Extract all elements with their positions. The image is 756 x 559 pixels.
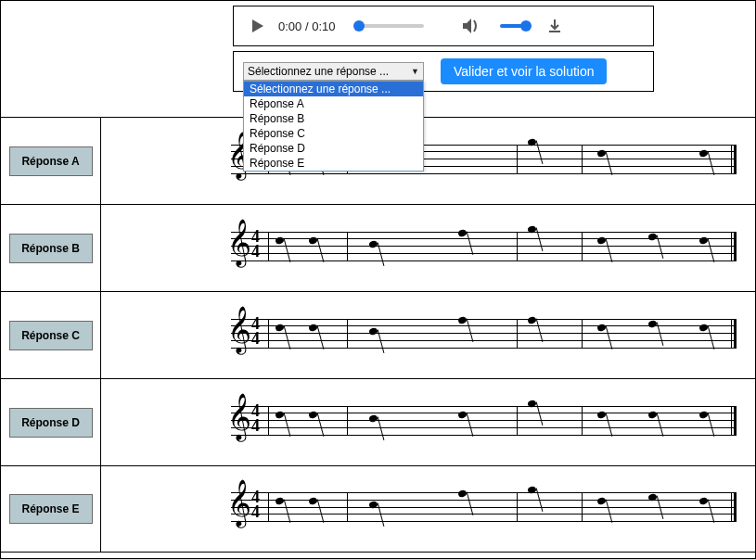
barline bbox=[517, 406, 518, 436]
barline bbox=[347, 406, 348, 436]
response-label: Réponse D bbox=[9, 408, 93, 438]
option-b[interactable]: Réponse B bbox=[244, 111, 423, 126]
barline bbox=[268, 406, 269, 436]
select-value: Sélectionnez une réponse ... bbox=[248, 65, 389, 78]
music-cell: 𝄞44 bbox=[101, 118, 755, 204]
barline bbox=[268, 492, 269, 522]
validate-button[interactable]: Valider et voir la solution bbox=[441, 58, 607, 84]
response-label: Réponse C bbox=[9, 321, 93, 350]
seek-thumb[interactable] bbox=[353, 20, 365, 32]
option-e[interactable]: Réponse E bbox=[244, 156, 423, 171]
control-bar: Sélectionnez une réponse ... ▼ Sélection… bbox=[233, 51, 654, 92]
final-barline bbox=[731, 319, 737, 349]
barline bbox=[347, 319, 348, 349]
final-barline bbox=[731, 406, 737, 436]
response-row: Réponse E𝄞44 bbox=[1, 465, 755, 553]
treble-clef-icon: 𝄞 bbox=[227, 309, 251, 351]
seek-slider[interactable] bbox=[359, 24, 424, 28]
music-staff: 𝄞44 bbox=[212, 314, 737, 357]
response-dropdown: Sélectionnez une réponse ... Réponse A R… bbox=[243, 81, 424, 172]
response-select-wrap: Sélectionnez une réponse ... ▼ Sélection… bbox=[243, 62, 424, 81]
time-signature: 44 bbox=[251, 316, 260, 346]
music-staff: 𝄞44 bbox=[212, 488, 737, 530]
music-cell: 𝄞44 bbox=[101, 205, 755, 291]
app-frame: 0:00 / 0:10 Sélectionnez une réponse ...… bbox=[0, 0, 756, 559]
response-label: Réponse E bbox=[9, 494, 93, 524]
barline bbox=[268, 232, 269, 261]
response-label: Réponse A bbox=[9, 146, 93, 176]
option-c[interactable]: Réponse C bbox=[244, 126, 423, 141]
response-row: Réponse C𝄞44 bbox=[1, 291, 755, 378]
barline bbox=[347, 232, 348, 261]
music-staff: 𝄞44 bbox=[212, 227, 737, 270]
barline bbox=[582, 319, 583, 349]
download-icon[interactable] bbox=[546, 18, 563, 34]
response-row: Réponse B𝄞44 bbox=[1, 204, 755, 291]
volume-slider[interactable] bbox=[500, 24, 528, 28]
treble-clef-icon: 𝄞 bbox=[227, 482, 251, 525]
music-staff: 𝄞44 bbox=[212, 401, 737, 444]
option-d[interactable]: Réponse D bbox=[244, 141, 423, 156]
label-cell: Réponse A bbox=[1, 118, 101, 204]
staff-lines bbox=[231, 319, 737, 349]
audio-player: 0:00 / 0:10 bbox=[233, 6, 654, 46]
label-cell: Réponse D bbox=[1, 379, 101, 465]
final-barline bbox=[731, 492, 737, 522]
treble-clef-icon: 𝄞 bbox=[227, 396, 251, 438]
barline bbox=[582, 232, 583, 261]
play-icon[interactable] bbox=[252, 19, 263, 32]
barline bbox=[517, 232, 518, 261]
response-label: Réponse B bbox=[9, 234, 93, 263]
barline bbox=[517, 319, 518, 349]
barline bbox=[517, 492, 518, 522]
final-barline bbox=[731, 145, 737, 174]
response-select[interactable]: Sélectionnez une réponse ... ▼ bbox=[243, 62, 424, 81]
time-signature: 44 bbox=[251, 403, 260, 433]
barline bbox=[582, 406, 583, 436]
volume-thumb[interactable] bbox=[520, 20, 532, 32]
time-signature: 44 bbox=[251, 229, 260, 259]
music-cell: 𝄞44 bbox=[101, 466, 755, 552]
option-placeholder[interactable]: Sélectionnez une réponse ... bbox=[244, 82, 423, 96]
barline bbox=[347, 492, 348, 522]
audio-time: 0:00 / 0:10 bbox=[278, 19, 335, 33]
label-cell: Réponse E bbox=[1, 466, 101, 552]
staff-lines bbox=[231, 232, 737, 261]
music-cell: 𝄞44 bbox=[101, 292, 755, 378]
option-a[interactable]: Réponse A bbox=[244, 96, 423, 111]
response-row: Réponse D𝄞44 bbox=[1, 378, 755, 465]
barline bbox=[582, 145, 583, 174]
barline bbox=[582, 492, 583, 522]
volume-icon[interactable] bbox=[461, 17, 481, 35]
barline bbox=[517, 145, 518, 174]
label-cell: Réponse B bbox=[1, 205, 101, 291]
chevron-down-icon: ▼ bbox=[411, 67, 419, 76]
music-cell: 𝄞44 bbox=[101, 379, 755, 465]
treble-clef-icon: 𝄞 bbox=[227, 222, 251, 264]
label-cell: Réponse C bbox=[1, 292, 101, 378]
barline bbox=[268, 319, 269, 349]
time-signature: 44 bbox=[251, 489, 260, 519]
response-rows: Réponse A𝄞44Réponse B𝄞44Réponse C𝄞44Répo… bbox=[1, 117, 755, 553]
final-barline bbox=[731, 232, 737, 261]
